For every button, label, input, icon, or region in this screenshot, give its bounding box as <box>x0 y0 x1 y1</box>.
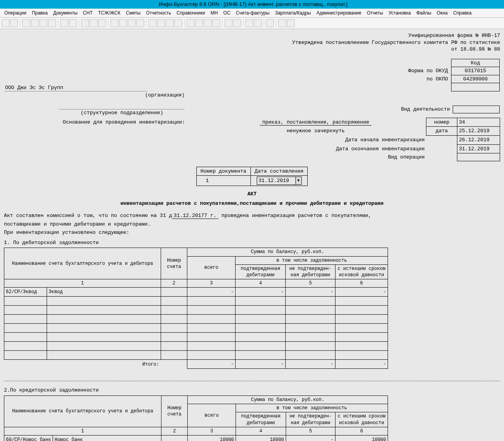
nomer-value[interactable]: 34 <box>457 118 500 127</box>
toolbar-btn[interactable] <box>157 19 165 27</box>
document-page: Унифицированная форма № ИНВ-17 Утвержден… <box>0 29 504 441</box>
toolbar-btn[interactable] <box>69 19 77 27</box>
okud-value: 0317015 <box>451 67 500 75</box>
menu-item[interactable]: ОС <box>223 10 230 16</box>
toolbar-btn[interactable] <box>48 19 56 27</box>
oper-value[interactable] <box>457 153 500 161</box>
menu-item[interactable]: Операции <box>4 10 26 16</box>
basis-options: приказ, постановление, распоряжение <box>260 119 372 126</box>
toolbar-btn[interactable] <box>204 19 212 27</box>
menu-item[interactable]: Отчеты <box>367 10 383 16</box>
th-name: Наименование счета бухгалтерского учета … <box>4 248 161 279</box>
table-row[interactable]: 62/СР/ЭкводЭквод---- <box>4 288 388 297</box>
org-name: ООО Джи Эс Эс Групп <box>4 84 147 92</box>
toolbar-btn[interactable] <box>136 19 144 27</box>
menu-item[interactable]: Справка <box>453 10 471 16</box>
doc-header: Номер документа Дата составления ▼ <box>4 167 500 186</box>
menu-item[interactable]: Счета-фактуры <box>236 10 270 16</box>
toolbar-btn[interactable] <box>2 19 9 27</box>
toolbar-btn[interactable] <box>278 19 286 27</box>
toolbar-sep <box>58 19 58 27</box>
toolbar-sep <box>146 19 147 27</box>
table-row[interactable]: 60/СР/Номос банкНомос банк1000010000-100… <box>4 435 388 441</box>
toolbar-btn[interactable] <box>266 19 274 27</box>
body-p2: поставщиками и прочими дебиторами и кред… <box>4 221 500 228</box>
menu-item[interactable]: Документы <box>53 10 78 16</box>
toolbar-sep <box>184 19 185 27</box>
titlebar: Инфо-Бухгалтер 8.8 ORN - [(ИНВ-17) Акт и… <box>0 0 504 9</box>
toolbar-btn[interactable] <box>149 19 156 27</box>
data-label: дата <box>426 127 457 136</box>
doc-date-input[interactable] <box>257 177 296 184</box>
toolbar-btn[interactable] <box>90 19 98 27</box>
commission-date-input[interactable] <box>172 213 218 219</box>
chevron-down-icon[interactable]: ▼ <box>296 177 301 184</box>
toolbar-btn[interactable] <box>166 19 174 27</box>
doc-date-label: Дата составления <box>250 167 308 176</box>
toolbar-btn[interactable] <box>98 19 106 27</box>
menu-item[interactable]: Правка <box>32 10 48 16</box>
toolbar-btn[interactable] <box>174 19 182 27</box>
menu-item[interactable]: МН <box>210 10 218 16</box>
menu-item[interactable]: Установка <box>388 10 411 16</box>
toolbar-btn[interactable] <box>81 19 89 27</box>
toolbar-btn[interactable] <box>187 19 194 27</box>
th-c3: с истекшим сроком исковой давности <box>335 264 388 279</box>
menubar: Операции Правка Документы СНТ ТСЖ/ЖСК См… <box>0 9 504 18</box>
toolbar-btn[interactable] <box>40 19 47 27</box>
org-caption: (организация) <box>145 92 500 99</box>
toolbar-sep <box>264 19 264 27</box>
table-row[interactable] <box>4 315 388 324</box>
table-row[interactable] <box>4 297 388 306</box>
start-label: Дата начала инвентаризации <box>205 136 426 145</box>
table-row[interactable] <box>4 351 388 360</box>
body-p3: При инвентаризации установлено следующее… <box>4 229 500 236</box>
table-row[interactable] <box>4 324 388 333</box>
toolbar-btn[interactable] <box>128 19 136 27</box>
menu-item[interactable]: Сметы <box>126 10 140 16</box>
th-acct: Номер счета <box>161 248 187 279</box>
toolbar-btn[interactable] <box>287 19 295 27</box>
toolbar-btn[interactable] <box>233 19 241 27</box>
toolbar <box>0 18 504 29</box>
doc-date-dropdown[interactable]: ▼ <box>257 177 302 185</box>
menu-item[interactable]: Файлы <box>416 10 431 16</box>
section2-label: 2.По кредиторской задолженности <box>4 387 500 394</box>
toolbar-btn[interactable] <box>10 19 18 27</box>
debitors-table: Наименование счета бухгалтерского учета … <box>4 248 388 369</box>
form-date: от 18.08.98 № 88 <box>4 46 500 53</box>
menu-item[interactable]: Отчетность <box>146 10 171 16</box>
doc-num-input[interactable] <box>205 177 242 184</box>
toolbar-btn[interactable] <box>245 19 253 27</box>
toolbar-btn[interactable] <box>195 19 203 27</box>
toolbar-btn[interactable] <box>111 19 118 27</box>
menu-item[interactable]: Справочники <box>176 10 205 16</box>
kod-header: Код <box>451 59 500 67</box>
toolbar-btn[interactable] <box>212 19 220 27</box>
table-row[interactable] <box>4 342 388 351</box>
menu-item[interactable]: Окна <box>437 10 448 16</box>
doc-num-label: Номер документа <box>196 167 250 176</box>
nomer-label: номер <box>426 118 457 127</box>
menu-item[interactable]: СНТ <box>83 10 93 16</box>
end-value[interactable]: 31.12.2019 <box>457 144 500 153</box>
toolbar-sep <box>222 19 223 27</box>
toolbar-btn[interactable] <box>225 19 232 27</box>
menu-item[interactable]: Зарплата/Кадры <box>275 10 311 16</box>
page-break <box>4 381 500 381</box>
toolbar-sep <box>243 19 243 27</box>
toolbar-btn[interactable] <box>119 19 127 27</box>
toolbar-btn[interactable] <box>60 19 68 27</box>
data-value[interactable]: 25.12.2019 <box>457 127 500 136</box>
th-c2: не подтвержден-ная дебиторами <box>286 264 335 279</box>
toolbar-btn[interactable] <box>31 19 39 27</box>
menu-item[interactable]: ТСЖ/ЖСК <box>98 10 120 16</box>
toolbar-btn[interactable] <box>22 19 30 27</box>
okpo-value: 04298000 <box>451 75 500 83</box>
table-row[interactable] <box>4 333 388 342</box>
table-row[interactable] <box>4 306 388 315</box>
start-value[interactable]: 26.12.2019 <box>457 136 500 145</box>
form-uniform: Унифицированная форма № ИНВ-17 <box>4 32 500 39</box>
toolbar-btn[interactable] <box>254 19 262 27</box>
menu-item[interactable]: Администрирование <box>317 10 361 16</box>
